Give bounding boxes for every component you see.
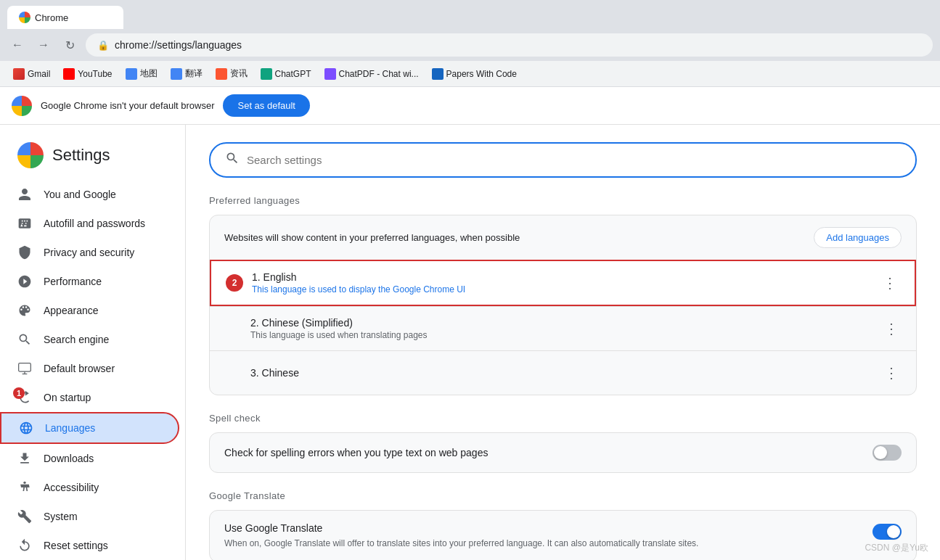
- bookmark-papers[interactable]: Papers With Code: [426, 65, 523, 83]
- language-info-english: 1. English This language is used to disp…: [252, 271, 880, 295]
- active-tab[interactable]: Chrome: [7, 6, 123, 29]
- spell-check-row: Check for spelling errors when you type …: [210, 433, 916, 472]
- use-google-translate-label: Use Google Translate: [224, 522, 698, 534]
- reset-icon: [17, 538, 32, 553]
- sidebar-item-on-startup[interactable]: 1 On startup: [0, 383, 179, 412]
- spell-check-label: Check for spelling errors when you type …: [224, 447, 488, 458]
- sidebar-item-you-and-google[interactable]: You and Google: [0, 180, 179, 209]
- sidebar-item-downloads[interactable]: Downloads: [0, 444, 179, 473]
- sidebar-item-appearance[interactable]: Appearance: [0, 296, 179, 325]
- sidebar-item-label: System: [44, 511, 78, 522]
- sidebar-item-label: Downloads: [44, 453, 94, 464]
- language-subtext-chinese-simplified: This language is used when translating p…: [250, 330, 881, 340]
- sidebar-item-languages[interactable]: Languages: [0, 412, 179, 444]
- bookmark-label: 地图: [140, 67, 158, 80]
- bookmark-gmail[interactable]: Gmail: [7, 65, 56, 83]
- banner-text: Google Chrome isn't your default browser: [41, 100, 214, 111]
- address-bar[interactable]: 🔒 chrome://settings/languages: [86, 33, 933, 57]
- default-browser-icon: [17, 361, 32, 376]
- language-row-chinese: 3. Chinese ⋮: [210, 350, 916, 395]
- sidebar-item-label: Autofill and passwords: [44, 218, 145, 229]
- search-bar-wrap: [209, 142, 917, 178]
- default-browser-banner: Google Chrome isn't your default browser…: [0, 87, 940, 125]
- forward-button[interactable]: →: [33, 35, 54, 55]
- accessibility-icon: [17, 480, 32, 495]
- language-more-menu-english[interactable]: ⋮: [880, 271, 900, 295]
- main-layout: Settings You and Google Autofill and pas…: [0, 125, 940, 560]
- translate-text-block: Use Google Translate When on, Google Tra…: [224, 522, 698, 550]
- appearance-icon: [17, 303, 32, 318]
- language-name-chinese: 3. Chinese: [250, 367, 881, 379]
- sidebar-item-label: Accessibility: [44, 482, 99, 493]
- svg-point-3: [23, 482, 25, 484]
- tab-title: Chrome: [35, 12, 68, 23]
- search-icon: [225, 151, 240, 169]
- toggle-knob: [887, 525, 900, 538]
- bookmark-label: ChatGPT: [275, 69, 311, 79]
- sidebar-item-label: Default browser: [44, 363, 115, 374]
- language-more-menu-chinese[interactable]: ⋮: [881, 361, 902, 384]
- bookmark-chatpdf[interactable]: ChatPDF - Chat wi...: [319, 65, 425, 83]
- google-translate-card: Use Google Translate When on, Google Tra…: [209, 510, 917, 560]
- translate-favicon: [171, 68, 182, 80]
- language-name-chinese-simplified: 2. Chinese (Simplified): [250, 317, 881, 329]
- language-subtext-english: This language is used to display the Goo…: [252, 284, 880, 295]
- content-area: Preferred languages Websites will show c…: [186, 125, 940, 560]
- bookmark-label: YouTube: [78, 69, 112, 79]
- sidebar-item-system[interactable]: System: [0, 502, 179, 531]
- bookmark-label: 翻译: [185, 67, 203, 80]
- bookmark-translate[interactable]: 翻译: [165, 65, 208, 83]
- settings-header: Settings: [0, 136, 185, 180]
- sidebar-item-label: You and Google: [44, 189, 116, 200]
- translate-row: Use Google Translate When on, Google Tra…: [210, 511, 916, 560]
- sidebar-item-label: Privacy and security: [44, 247, 134, 258]
- sidebar-item-label: On startup: [44, 392, 91, 403]
- sidebar-item-autofill[interactable]: Autofill and passwords: [0, 209, 179, 238]
- set-as-default-button[interactable]: Set as default: [223, 94, 310, 117]
- spell-check-card: Check for spelling errors when you type …: [209, 432, 917, 473]
- bookmark-maps[interactable]: 地图: [120, 65, 163, 83]
- card-description: Websites will show content in your prefe…: [224, 232, 520, 243]
- tab-favicon: [19, 12, 30, 23]
- language-row-chinese-simplified: 2. Chinese (Simplified) This language is…: [210, 306, 916, 350]
- sidebar-item-performance[interactable]: Performance: [0, 267, 179, 296]
- search-input[interactable]: [247, 154, 901, 166]
- card-header: Websites will show content in your prefe…: [210, 215, 916, 260]
- language-more-menu-chinese-simplified[interactable]: ⋮: [881, 317, 902, 340]
- sidebar-item-default-browser[interactable]: Default browser: [0, 354, 179, 383]
- bookmark-youtube[interactable]: YouTube: [57, 65, 118, 83]
- gmail-favicon: [13, 68, 25, 80]
- lock-icon: 🔒: [97, 40, 109, 51]
- sidebar-item-label: Performance: [44, 276, 102, 287]
- search-bar: [209, 142, 917, 178]
- sidebar-item-search-engine[interactable]: Search engine: [0, 325, 179, 354]
- language-badge-2: 2: [226, 274, 243, 292]
- add-languages-button[interactable]: Add languages: [814, 227, 902, 248]
- tab-bar: Chrome: [0, 0, 940, 29]
- sidebar-item-reset[interactable]: Reset settings: [0, 531, 179, 560]
- sidebar-item-label: Appearance: [44, 305, 99, 316]
- sidebar: Settings You and Google Autofill and pas…: [0, 125, 186, 560]
- search-engine-icon: [17, 332, 32, 347]
- google-translate-title: Google Translate: [209, 490, 917, 501]
- bookmark-label: Papers With Code: [446, 69, 517, 79]
- sidebar-item-accessibility[interactable]: Accessibility: [0, 473, 179, 502]
- sidebar-item-privacy[interactable]: Privacy and security: [0, 238, 179, 267]
- youtube-favicon: [63, 68, 75, 80]
- language-row-english: 2 1. English This language is used to di…: [210, 260, 916, 306]
- back-button[interactable]: ←: [7, 35, 28, 55]
- bookmark-label: Gmail: [28, 69, 50, 79]
- bookmark-chatgpt[interactable]: ChatGPT: [255, 65, 317, 83]
- startup-badge: 1: [13, 387, 25, 399]
- person-icon: [17, 187, 32, 202]
- sidebar-item-label: Reset settings: [44, 540, 108, 551]
- google-translate-toggle[interactable]: [872, 524, 902, 540]
- bookmark-csdn[interactable]: 资讯: [210, 65, 253, 83]
- bookmarks-bar: Gmail YouTube 地图 翻译 资讯 ChatGPT ChatPDF -…: [0, 61, 940, 87]
- downloads-icon: [17, 451, 32, 466]
- address-text: chrome://settings/languages: [115, 39, 242, 51]
- chatgpt-favicon: [261, 68, 272, 80]
- reload-button[interactable]: ↻: [60, 35, 80, 55]
- language-info-chinese: 3. Chinese: [250, 367, 881, 379]
- spell-check-toggle[interactable]: [872, 445, 902, 461]
